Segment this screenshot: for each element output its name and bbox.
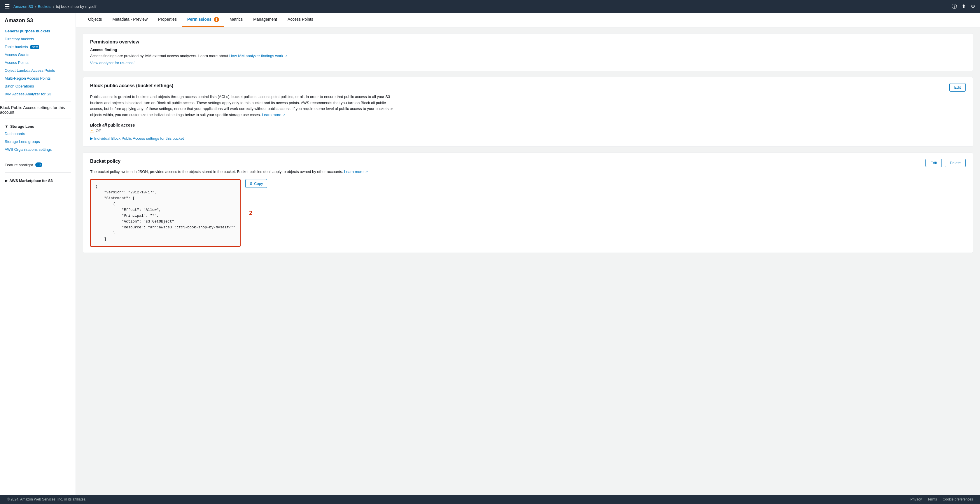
- bucket-policy-desc: The bucket policy, written in JSON, prov…: [90, 169, 966, 175]
- feature-spotlight-label: Feature spotlight: [5, 163, 33, 167]
- sidebar-divider-1: [5, 102, 71, 102]
- line-indicator: 2: [249, 210, 252, 216]
- sidebar-item-iam-analyzer[interactable]: IAM Access Analyzer for S3: [0, 90, 76, 98]
- block-public-access-card: Block public access (bucket settings) Ed…: [83, 77, 973, 147]
- tab-access-points[interactable]: Access Points: [282, 13, 318, 27]
- iam-analyzer-link[interactable]: How IAM analyzer findings work ↗: [229, 54, 288, 58]
- tab-metadata[interactable]: Metadata - Preview: [107, 13, 153, 27]
- access-finding-title: Access finding: [90, 48, 966, 52]
- sidebar-item-table-buckets[interactable]: Table buckets New: [0, 43, 76, 51]
- page-content: Permissions overview Access finding Acce…: [76, 27, 980, 259]
- top-navigation: ☰ Amazon S3 › Buckets › fcj-book-shop-by…: [0, 0, 980, 13]
- policy-buttons: Edit Delete: [926, 159, 966, 167]
- off-text: Off: [95, 129, 100, 133]
- storage-lens-arrow: ▼: [5, 124, 8, 129]
- learn-more-ext-icon: ↗: [283, 113, 286, 117]
- sidebar-nav: General purpose buckets Directory bucket…: [0, 27, 76, 98]
- sidebar-item-multi-region[interactable]: Multi-Region Access Points: [0, 75, 76, 82]
- block-public-access-edit-button[interactable]: Edit: [950, 83, 966, 92]
- tab-objects[interactable]: Objects: [83, 13, 107, 27]
- sidebar-item-access-points[interactable]: Access Points: [0, 59, 76, 67]
- access-finding-desc: Access findings are provided by IAM exte…: [90, 53, 966, 59]
- top-nav-right: ⓘ ⬆ ⚙: [952, 3, 975, 10]
- info-icon[interactable]: ⓘ: [952, 3, 957, 10]
- block-public-access-desc: Public access is granted to buckets and …: [90, 94, 396, 118]
- sidebar: Amazon S3 General purpose buckets Direct…: [0, 13, 76, 494]
- hamburger-menu[interactable]: ☰: [5, 3, 10, 10]
- sidebar-item-storage-lens-groups[interactable]: Storage Lens groups: [0, 138, 76, 146]
- main-content: Objects Metadata - Preview Properties Pe…: [76, 13, 980, 494]
- sidebar-item-aws-org-settings[interactable]: AWS Organizations settings: [0, 146, 76, 153]
- view-analyzer-link[interactable]: View analyzer for us-east-1: [90, 60, 966, 65]
- footer-links: Privacy Terms Cookie preferences: [905, 497, 973, 501]
- block-all-label: Block all public access: [90, 123, 966, 127]
- tab-properties[interactable]: Properties: [153, 13, 182, 27]
- block-all-row: Block all public access ⚠ Off: [90, 123, 966, 133]
- sidebar-block-public-access[interactable]: Block Public Access settings for this ac…: [0, 105, 65, 114]
- block-public-access-header: Block public access (bucket settings) Ed…: [90, 83, 966, 92]
- bucket-policy-card: Bucket policy Edit Delete The bucket pol…: [83, 153, 973, 253]
- tab-permissions[interactable]: Permissions 1: [182, 13, 224, 27]
- footer-privacy-link[interactable]: Privacy: [910, 497, 922, 501]
- sidebar-divider-4: [5, 172, 71, 173]
- block-public-access-title: Block public access (bucket settings): [90, 83, 173, 88]
- sidebar-item-dashboards[interactable]: Dashboards: [0, 130, 76, 138]
- tab-management[interactable]: Management: [248, 13, 282, 27]
- breadcrumb-buckets-link[interactable]: Buckets: [38, 5, 51, 9]
- sidebar-item-batch-operations[interactable]: Batch Operations: [0, 82, 76, 90]
- permissions-badge: 1: [214, 17, 219, 22]
- sidebar-storage-lens-title[interactable]: ▼ Storage Lens: [0, 122, 76, 130]
- sidebar-item-object-lambda[interactable]: Object Lambda Access Points: [0, 67, 76, 75]
- sidebar-title: Amazon S3: [0, 17, 76, 27]
- sidebar-item-directory-buckets[interactable]: Directory buckets: [0, 35, 76, 43]
- sidebar-storage-lens-nav: Dashboards Storage Lens groups AWS Organ…: [0, 130, 76, 153]
- sidebar-item-general-purpose-buckets[interactable]: General purpose buckets: [0, 27, 76, 35]
- feature-spotlight-row: Feature spotlight 10: [0, 161, 76, 169]
- tabs-bar: Objects Metadata - Preview Properties Pe…: [76, 13, 980, 27]
- copy-btn-container: ⧉ Copy: [245, 179, 267, 188]
- upload-icon[interactable]: ⬆: [962, 3, 966, 10]
- bucket-policy-learn-more[interactable]: Learn more ↗: [344, 170, 368, 174]
- json-container: { "Version": "2012-10-17", "Statement": …: [90, 179, 966, 247]
- breadcrumb: Amazon S3 › Buckets › fcj-book-shop-by-m…: [13, 5, 96, 9]
- sidebar-aws-marketplace[interactable]: ▶ AWS Marketplace for S3: [0, 176, 76, 184]
- aws-marketplace-arrow: ▶: [5, 178, 8, 183]
- breadcrumb-s3-link[interactable]: Amazon S3: [13, 5, 33, 9]
- new-badge: New: [30, 45, 39, 49]
- breadcrumb-sep-1: ›: [35, 5, 36, 9]
- breadcrumb-current: fcj-book-shop-by-myself: [56, 5, 96, 9]
- json-code-wrapper: { "Version": "2012-10-17", "Statement": …: [90, 179, 240, 247]
- settings-icon[interactable]: ⚙: [970, 3, 975, 10]
- feature-badge: 10: [35, 162, 42, 167]
- copy-icon: ⧉: [250, 181, 252, 186]
- permissions-overview-title: Permissions overview: [90, 40, 966, 45]
- footer: © 2024, Amazon Web Services, Inc. or its…: [0, 494, 980, 504]
- json-code-block: { "Version": "2012-10-17", "Statement": …: [90, 179, 240, 247]
- bucket-policy-learn-more-ext: ↗: [365, 170, 368, 173]
- individual-block-public-access-link[interactable]: ▶ Individual Block Public Access setting…: [90, 136, 966, 141]
- permissions-overview-card: Permissions overview Access finding Acce…: [83, 33, 973, 71]
- warning-icon: ⚠: [90, 129, 94, 133]
- footer-copyright: © 2024, Amazon Web Services, Inc. or its…: [7, 497, 86, 501]
- external-link-icon: ↗: [285, 54, 288, 58]
- tab-metrics[interactable]: Metrics: [224, 13, 248, 27]
- bucket-policy-header: Bucket policy Edit Delete: [90, 159, 966, 167]
- footer-terms-link[interactable]: Terms: [928, 497, 937, 501]
- bucket-policy-title: Bucket policy: [90, 159, 121, 164]
- copy-button[interactable]: ⧉ Copy: [245, 179, 267, 188]
- off-badge: ⚠ Off: [90, 129, 966, 133]
- block-public-access-learn-more[interactable]: Learn more ↗: [262, 113, 286, 117]
- arrow-right-icon: ▶: [90, 136, 93, 141]
- footer-cookies-link[interactable]: Cookie preferences: [943, 497, 973, 501]
- bucket-policy-delete-button[interactable]: Delete: [945, 159, 966, 167]
- bucket-policy-edit-button[interactable]: Edit: [926, 159, 942, 167]
- breadcrumb-sep-2: ›: [53, 5, 54, 9]
- sidebar-item-access-grants[interactable]: Access Grants: [0, 51, 76, 59]
